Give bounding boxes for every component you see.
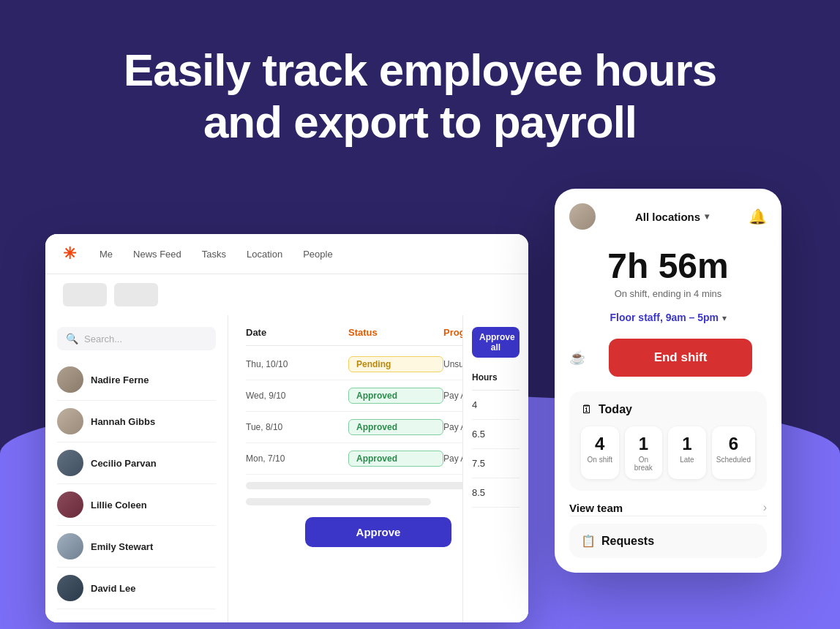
col-header-status: Status	[348, 327, 443, 338]
end-shift-button[interactable]: End shift	[609, 339, 752, 377]
employee-name: Emily Stewart	[91, 541, 153, 552]
nav-tasks[interactable]: Tasks	[202, 249, 226, 260]
employee-name: Cecilio Parvan	[91, 458, 157, 469]
col-header-date: Date	[246, 327, 348, 338]
stat-label: Scheduled	[716, 456, 751, 464]
skeleton-row	[246, 482, 471, 489]
mobile-user-avatar	[569, 203, 596, 230]
avatar	[57, 575, 83, 601]
search-box[interactable]: 🔍 Search...	[57, 327, 216, 350]
stats-grid: 4 On shift 1 On break 1 Late 6 Scheduled	[581, 426, 755, 479]
stat-number: 6	[716, 434, 751, 454]
stat-label: On shift	[585, 456, 615, 464]
avatar	[57, 533, 83, 560]
coffee-icon: ☕	[569, 350, 585, 366]
employee-name: Hannah Gibbs	[91, 416, 155, 427]
hero-heading: Easily track employee hours and export t…	[0, 0, 840, 148]
today-title: Today	[599, 403, 632, 416]
hours-value: 7.5	[472, 449, 520, 478]
status-badge: Approved	[348, 419, 443, 435]
app-logo: ✳	[63, 244, 76, 263]
employee-name: David Lee	[91, 583, 135, 594]
divider	[569, 516, 767, 516]
bell-icon[interactable]: 🔔	[749, 208, 767, 225]
status-badge: Pending	[348, 356, 443, 372]
nav-me[interactable]: Me	[100, 249, 113, 260]
time-subtitle: On shift, ending in 4 mins	[569, 288, 767, 299]
stat-label: Late	[672, 456, 702, 464]
requests-header: 📋 Requests	[581, 534, 755, 548]
hours-value: 8.5	[472, 478, 520, 508]
avatar	[57, 450, 83, 476]
skeleton-row	[246, 498, 431, 505]
hours-column: Approve all Hours 4 6.5 7.5 8.5	[462, 315, 528, 622]
hero-line2: and export to payroll	[0, 96, 840, 148]
toolbar-btn-2[interactable]	[114, 283, 158, 306]
stat-card-onshift: 4 On shift	[581, 426, 619, 479]
status-badge: Approved	[348, 388, 443, 404]
time-display: 7h 56m	[569, 249, 767, 284]
today-header: 🗓 Today	[581, 403, 755, 416]
location-label: All locations	[635, 211, 700, 223]
mobile-location[interactable]: All locations ▾	[635, 211, 709, 223]
search-icon: 🔍	[66, 333, 78, 344]
list-item[interactable]: Cecilio Parvan	[57, 442, 216, 484]
stat-number: 1	[629, 434, 659, 454]
desktop-app-card: ✳ Me News Feed Tasks Location People 🔍 S…	[45, 234, 528, 622]
mobile-app-card: All locations ▾ 🔔 7h 56m On shift, endin…	[555, 189, 781, 573]
mobile-header: All locations ▾ 🔔	[555, 189, 781, 241]
stat-card-late: 1 Late	[668, 426, 706, 479]
chevron-down-icon: ▾	[705, 211, 709, 222]
mobile-time-section: 7h 56m On shift, ending in 4 mins	[555, 241, 781, 302]
list-item[interactable]: Lillie Coleen	[57, 484, 216, 526]
avatar	[57, 491, 83, 518]
end-shift-row: ☕ End shift	[555, 333, 781, 383]
stat-label: On break	[629, 456, 659, 472]
shift-info: Floor staff, 9am – 5pm ▾	[555, 302, 781, 333]
list-item[interactable]: David Lee	[57, 568, 216, 609]
hours-value: 4	[472, 391, 520, 420]
chevron-right-icon: ›	[763, 501, 767, 514]
shift-label: Floor staff, 9am – 5pm	[610, 312, 719, 323]
hours-value: 6.5	[472, 420, 520, 449]
stat-number: 1	[672, 434, 702, 454]
date-cell: Wed, 9/10	[246, 391, 348, 401]
today-section: 🗓 Today 4 On shift 1 On break 1 Late 6 S…	[569, 391, 767, 491]
requests-icon: 📋	[581, 534, 596, 548]
avatar	[57, 408, 83, 434]
requests-section: 📋 Requests	[569, 524, 767, 558]
desktop-nav: ✳ Me News Feed Tasks Location People	[45, 234, 528, 274]
desktop-content: 🔍 Search... Nadire Ferne Hannah Gibbs Ce…	[45, 315, 528, 622]
employee-name: Nadire Ferne	[91, 374, 149, 385]
date-cell: Mon, 7/10	[246, 453, 348, 464]
list-item[interactable]: Hannah Gibbs	[57, 401, 216, 442]
stat-card-onbreak: 1 On break	[625, 426, 663, 479]
desktop-toolbar	[45, 274, 528, 315]
approve-button[interactable]: Approve	[305, 517, 451, 547]
hero-line1: Easily track employee hours	[0, 44, 840, 96]
nav-people[interactable]: People	[303, 249, 332, 260]
search-input-placeholder: Search...	[84, 334, 122, 344]
chevron-down-icon: ▾	[722, 313, 727, 323]
nav-location[interactable]: Location	[247, 249, 282, 260]
avatar	[57, 366, 83, 393]
date-cell: Thu, 10/10	[246, 359, 348, 369]
calendar-icon: 🗓	[581, 403, 593, 416]
nav-items: Me News Feed Tasks Location People	[100, 249, 333, 260]
list-item[interactable]: Nadire Ferne	[57, 359, 216, 401]
requests-title: Requests	[601, 535, 654, 548]
list-item[interactable]: Emily Stewart	[57, 526, 216, 568]
approve-all-button[interactable]: Approve all	[472, 327, 520, 358]
employee-sidebar: 🔍 Search... Nadire Ferne Hannah Gibbs Ce…	[45, 315, 228, 622]
hours-header: Hours	[472, 372, 520, 391]
stat-number: 4	[585, 434, 615, 454]
employee-name: Lillie Coleen	[91, 500, 147, 511]
stat-card-scheduled: 6 Scheduled	[712, 426, 755, 479]
status-badge: Approved	[348, 451, 443, 467]
view-team-row[interactable]: View team ›	[555, 491, 781, 516]
toolbar-btn-1[interactable]	[63, 283, 107, 306]
view-team-label: View team	[569, 502, 623, 514]
nav-newsfeed[interactable]: News Feed	[133, 249, 181, 260]
date-cell: Tue, 8/10	[246, 422, 348, 432]
